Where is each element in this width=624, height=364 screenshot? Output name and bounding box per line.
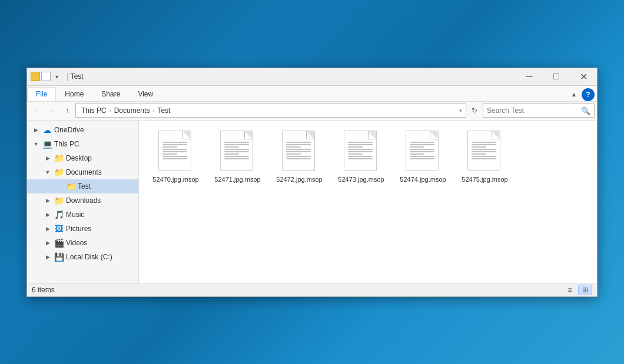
doc-icon-5 bbox=[467, 131, 500, 171]
sidebar-item-localdisk[interactable]: ▶ 💾 Local Disk (C:) bbox=[27, 250, 138, 264]
file-item-5[interactable]: 52475.jpg.msop bbox=[457, 126, 513, 188]
file-item-0[interactable]: 52470.jpg.msop bbox=[148, 126, 204, 188]
file-label-0: 52470.jpg.msop bbox=[152, 175, 198, 183]
file-explorer-window: ▾ | Test ─ □ ✕ File Home Share View ▲ ? … bbox=[26, 68, 598, 297]
documents-icon: 📁 bbox=[54, 168, 64, 177]
doc-line bbox=[472, 156, 496, 157]
sidebar-toggle-test bbox=[55, 182, 64, 191]
file-icon-1 bbox=[220, 131, 255, 173]
doc-icon-1 bbox=[220, 131, 253, 171]
ribbon-expand-icon[interactable]: ▲ bbox=[567, 88, 580, 101]
view-tile-button[interactable]: ⊞ bbox=[578, 285, 592, 295]
sidebar-toggle-music[interactable]: ▶ bbox=[44, 211, 52, 219]
refresh-button[interactable]: ↻ bbox=[467, 103, 482, 118]
doc-line bbox=[162, 149, 187, 150]
test-folder-icon: 📁 bbox=[66, 182, 75, 191]
doc-line bbox=[224, 151, 249, 152]
file-icon-2 bbox=[282, 131, 317, 173]
doc-line bbox=[472, 149, 496, 150]
path-dropdown-arrow[interactable]: ▾ bbox=[459, 108, 462, 113]
sidebar-item-desktop[interactable]: ▶ 📁 Desktop bbox=[27, 151, 138, 165]
tab-view[interactable]: View bbox=[129, 87, 162, 101]
tab-home[interactable]: Home bbox=[56, 87, 92, 101]
sidebar-item-documents[interactable]: ▼ 📁 Documents bbox=[27, 165, 138, 179]
up-button[interactable]: ↑ bbox=[60, 103, 74, 118]
tab-share[interactable]: Share bbox=[92, 87, 129, 101]
help-button[interactable]: ? bbox=[582, 88, 595, 101]
path-test[interactable]: Test bbox=[155, 106, 172, 115]
close-button[interactable]: ✕ bbox=[570, 68, 597, 85]
sidebar-toggle-documents[interactable]: ▼ bbox=[44, 168, 52, 176]
doc-line bbox=[162, 158, 187, 159]
search-icon[interactable]: 🔍 bbox=[581, 106, 590, 115]
doc-line bbox=[286, 142, 311, 143]
doc-lines-3 bbox=[344, 142, 376, 159]
search-box: 🔍 bbox=[483, 103, 595, 118]
sidebar-item-downloads[interactable]: ▶ 📁 Downloads bbox=[27, 193, 138, 208]
doc-line bbox=[410, 146, 424, 148]
doc-line bbox=[410, 144, 434, 145]
localdisk-icon: 💾 bbox=[54, 252, 64, 262]
sidebar-item-onedrive[interactable]: ▶ ☁ OneDrive bbox=[27, 123, 138, 137]
sidebar: ▶ ☁ OneDrive ▼ 💻 This PC ▶ 📁 Desktop ▼ 📁… bbox=[27, 121, 139, 283]
doc-line bbox=[410, 153, 424, 155]
sidebar-toggle-desktop[interactable]: ▶ bbox=[44, 154, 52, 162]
doc-lines-0 bbox=[159, 142, 191, 159]
path-thispc[interactable]: This PC bbox=[79, 106, 108, 115]
doc-line bbox=[162, 156, 187, 157]
doc-line bbox=[286, 151, 311, 152]
file-item-3[interactable]: 52473.jpg.msop bbox=[333, 126, 389, 188]
doc-line bbox=[472, 144, 496, 145]
doc-icon-0 bbox=[158, 131, 191, 171]
doc-line bbox=[286, 158, 311, 159]
sidebar-toggle-onedrive[interactable]: ▶ bbox=[32, 126, 40, 134]
sidebar-item-videos[interactable]: ▶ 🎬 Videos bbox=[27, 236, 138, 250]
maximize-button[interactable]: □ bbox=[543, 68, 570, 85]
sidebar-toggle-thispc[interactable]: ▼ bbox=[32, 140, 40, 148]
doc-line bbox=[224, 156, 249, 157]
doc-line bbox=[224, 149, 249, 150]
doc-line bbox=[410, 156, 434, 157]
minimize-button[interactable]: ─ bbox=[516, 68, 543, 85]
address-path[interactable]: This PC › Documents › Test ▾ bbox=[75, 103, 466, 118]
forward-button[interactable]: → bbox=[45, 103, 59, 118]
sidebar-label-music: Music bbox=[66, 211, 84, 219]
tab-file[interactable]: File bbox=[27, 87, 56, 101]
sidebar-toggle-videos[interactable]: ▶ bbox=[44, 239, 52, 247]
title-dropdown-arrow[interactable]: ▾ bbox=[52, 72, 61, 81]
doc-fold-2 bbox=[306, 131, 314, 139]
view-list-button[interactable]: ≡ bbox=[563, 285, 577, 295]
sidebar-item-thispc[interactable]: ▼ 💻 This PC bbox=[27, 137, 138, 151]
onedrive-icon: ☁ bbox=[42, 125, 52, 135]
sidebar-item-pictures[interactable]: ▶ 🖼 Pictures bbox=[27, 222, 138, 236]
doc-line bbox=[224, 153, 239, 155]
back-button[interactable]: ← bbox=[29, 103, 44, 118]
doc-lines-5 bbox=[468, 142, 500, 159]
search-input[interactable] bbox=[487, 106, 581, 115]
sidebar-toggle-localdisk[interactable]: ▶ bbox=[44, 253, 52, 261]
path-arrow-1: › bbox=[108, 108, 112, 113]
downloads-icon: 📁 bbox=[54, 196, 64, 205]
status-item-count: 6 items bbox=[32, 286, 563, 294]
doc-line bbox=[410, 158, 434, 159]
doc-line bbox=[348, 153, 363, 155]
file-item-2[interactable]: 52472.jpg.msop bbox=[271, 126, 327, 188]
sidebar-item-test[interactable]: 📁 Test bbox=[27, 179, 138, 193]
main-content: ▶ ☁ OneDrive ▼ 💻 This PC ▶ 📁 Desktop ▼ 📁… bbox=[27, 121, 597, 283]
path-documents[interactable]: Documents bbox=[112, 106, 152, 115]
doc-icon-3 bbox=[344, 131, 377, 171]
address-bar: ← → ↑ This PC › Documents › Test ▾ ↻ 🔍 bbox=[27, 102, 597, 121]
sidebar-toggle-pictures[interactable]: ▶ bbox=[44, 225, 52, 233]
doc-line bbox=[472, 153, 486, 155]
file-item-4[interactable]: 52474.jpg.msop bbox=[395, 126, 451, 188]
sidebar-item-music[interactable]: ▶ 🎵 Music bbox=[27, 208, 138, 222]
doc-line bbox=[472, 151, 496, 152]
file-item-1[interactable]: 52471.jpg.msop bbox=[210, 126, 265, 188]
doc-line bbox=[410, 142, 434, 143]
doc-line bbox=[472, 146, 486, 148]
sidebar-toggle-downloads[interactable]: ▶ bbox=[44, 196, 52, 205]
sidebar-label-onedrive: OneDrive bbox=[54, 126, 84, 134]
ribbon-tabs: File Home Share View ▲ ? bbox=[27, 86, 597, 101]
sidebar-label-videos: Videos bbox=[66, 239, 87, 247]
doc-lines-4 bbox=[406, 142, 438, 159]
